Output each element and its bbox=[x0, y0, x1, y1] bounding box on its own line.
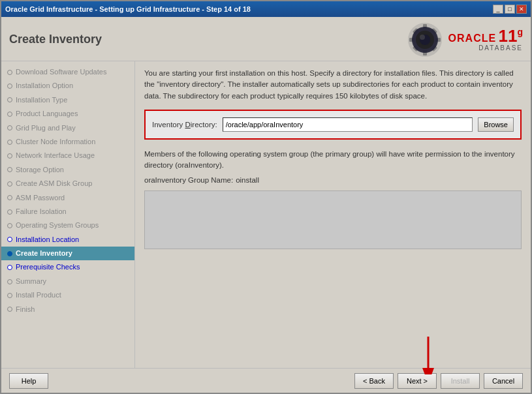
sidebar-bullet-product-languages bbox=[5, 112, 14, 117]
sidebar-item-storage-option: Storage Option bbox=[1, 163, 134, 177]
group-name-value: oinstall bbox=[236, 176, 259, 184]
oracle-logo-area: ORACLE 11g DATABASE bbox=[405, 20, 523, 59]
sidebar-bullet-installation-type bbox=[5, 97, 14, 102]
oracle-sub: DATABASE bbox=[448, 44, 523, 52]
sidebar-label-summary: Summary bbox=[16, 277, 46, 286]
sidebar-bullet-installation-option bbox=[5, 83, 14, 89]
sidebar-bullet-grid-plug-and-play bbox=[5, 125, 14, 130]
content-area: Download Software UpdatesInstallation Op… bbox=[1, 61, 531, 368]
oracle-version: 11g bbox=[499, 26, 523, 46]
sidebar-bullet-create-asm-disk-group bbox=[5, 181, 14, 187]
bottom-right: < Back Next > Install Cancel bbox=[354, 373, 523, 389]
sidebar-label-failure-isolation: Failure Isolation bbox=[16, 207, 67, 217]
sidebar-label-finish: Finish bbox=[16, 305, 35, 314]
sidebar-item-installation-type: Installation Type bbox=[1, 93, 134, 107]
cancel-button[interactable]: Cancel bbox=[484, 373, 523, 389]
install-button[interactable]: Install bbox=[441, 373, 480, 389]
sidebar-bullet-storage-option bbox=[5, 167, 14, 172]
sidebar-item-product-languages: Product Languages bbox=[1, 107, 134, 121]
sidebar-bullet-network-interface-usage bbox=[5, 153, 14, 159]
close-button[interactable]: ✕ bbox=[516, 5, 527, 14]
gear-icon bbox=[405, 20, 445, 59]
maximize-button[interactable]: □ bbox=[505, 5, 515, 14]
sidebar-bullet-failure-isolation bbox=[5, 209, 14, 215]
sidebar-bullet-prerequisite-checks bbox=[5, 265, 14, 270]
sidebar-bullet-installation-location bbox=[5, 237, 14, 242]
preview-box bbox=[144, 190, 522, 249]
sidebar-bullet-download-software-updates bbox=[5, 70, 14, 75]
back-button[interactable]: < Back bbox=[354, 373, 394, 389]
svg-point-15 bbox=[420, 35, 425, 40]
sidebar-label-product-languages: Product Languages bbox=[16, 109, 78, 119]
description-text: You are starting your first installation… bbox=[144, 68, 522, 102]
sidebar-bullet-operating-system-groups bbox=[5, 223, 14, 228]
sidebar-label-prerequisite-checks: Prerequisite Checks bbox=[16, 262, 80, 272]
sidebar-item-install-product: Install Product bbox=[1, 288, 134, 302]
sidebar-item-create-inventory[interactable]: Create Inventory bbox=[1, 247, 134, 260]
top-header: Create Inventory bbox=[1, 17, 531, 61]
main-content: You are starting your first installation… bbox=[135, 61, 531, 368]
sidebar-bullet-summary bbox=[5, 279, 14, 284]
members-text: Members of the following operating syste… bbox=[144, 149, 522, 172]
sidebar-label-installation-type: Installation Type bbox=[16, 95, 67, 105]
sidebar-item-asm-password: ASM Password bbox=[1, 191, 134, 205]
sidebar-item-failure-isolation: Failure Isolation bbox=[1, 205, 134, 219]
sidebar-item-summary: Summary bbox=[1, 275, 134, 288]
sidebar-label-installation-option: Installation Option bbox=[16, 81, 73, 91]
sidebar-bullet-asm-password bbox=[5, 195, 14, 200]
sidebar-label-create-asm-disk-group: Create ASM Disk Group bbox=[16, 179, 92, 189]
sidebar-item-cluster-node-information: Cluster Node Information bbox=[1, 135, 134, 149]
sidebar-bullet-install-product bbox=[5, 293, 14, 298]
sidebar-item-grid-plug-and-play: Grid Plug and Play bbox=[1, 121, 134, 135]
next-button-wrapper: Next > bbox=[398, 373, 437, 389]
sidebar-bullet-create-inventory bbox=[5, 251, 14, 256]
oracle-text: ORACLE 11g DATABASE bbox=[448, 27, 523, 52]
sidebar-item-create-asm-disk-group: Create ASM Disk Group bbox=[1, 177, 134, 190]
sidebar-item-finish: Finish bbox=[1, 303, 134, 316]
page-title: Create Inventory bbox=[9, 33, 102, 46]
sidebar-label-install-product: Install Product bbox=[16, 290, 61, 300]
window-title: Oracle Grid Infrastructure - Setting up … bbox=[5, 5, 251, 13]
inventory-input[interactable] bbox=[223, 117, 473, 132]
sidebar-bullet-cluster-node-information bbox=[5, 140, 14, 145]
title-bar: Oracle Grid Infrastructure - Setting up … bbox=[1, 1, 531, 17]
sidebar-label-network-interface-usage: Network Interface Usage bbox=[16, 151, 95, 160]
sidebar-item-installation-option: Installation Option bbox=[1, 79, 134, 93]
sidebar-item-operating-system-groups: Operating System Groups bbox=[1, 219, 134, 232]
sidebar-item-download-software-updates: Download Software Updates bbox=[1, 65, 134, 79]
sidebar: Download Software UpdatesInstallation Op… bbox=[1, 61, 135, 368]
minimize-button[interactable]: _ bbox=[493, 5, 503, 14]
title-bar-buttons: _ □ ✕ bbox=[493, 5, 527, 14]
sidebar-label-asm-password: ASM Password bbox=[16, 193, 65, 203]
sidebar-label-storage-option: Storage Option bbox=[16, 165, 64, 175]
main-window: Oracle Grid Infrastructure - Setting up … bbox=[0, 0, 532, 394]
group-name-label: oraInventory Group Name: bbox=[144, 176, 233, 184]
sidebar-label-cluster-node-information: Cluster Node Information bbox=[16, 137, 95, 147]
sidebar-item-network-interface-usage: Network Interface Usage bbox=[1, 149, 134, 162]
inventory-box: Inventory Directory: Browse bbox=[144, 110, 522, 140]
window-body: Create Inventory bbox=[1, 17, 531, 393]
sidebar-label-operating-system-groups: Operating System Groups bbox=[16, 220, 99, 230]
sidebar-bullet-finish bbox=[5, 307, 14, 312]
browse-button[interactable]: Browse bbox=[478, 117, 514, 132]
sidebar-label-installation-location: Installation Location bbox=[16, 235, 79, 245]
sidebar-label-create-inventory: Create Inventory bbox=[16, 249, 72, 258]
oracle-brand: ORACLE bbox=[448, 33, 497, 44]
help-button[interactable]: Help bbox=[9, 373, 48, 389]
sidebar-label-grid-plug-and-play: Grid Plug and Play bbox=[16, 123, 76, 133]
bottom-bar: Help < Back Next > Inst bbox=[1, 368, 531, 393]
sidebar-item-prerequisite-checks[interactable]: Prerequisite Checks bbox=[1, 260, 134, 274]
inventory-label: Inventory Directory: bbox=[152, 121, 217, 129]
sidebar-item-installation-location[interactable]: Installation Location bbox=[1, 233, 134, 247]
bottom-left: Help bbox=[9, 373, 48, 389]
next-button[interactable]: Next > bbox=[398, 373, 437, 389]
sidebar-label-download-software-updates: Download Software Updates bbox=[16, 67, 106, 77]
group-name-row: oraInventory Group Name: oinstall bbox=[144, 176, 522, 184]
